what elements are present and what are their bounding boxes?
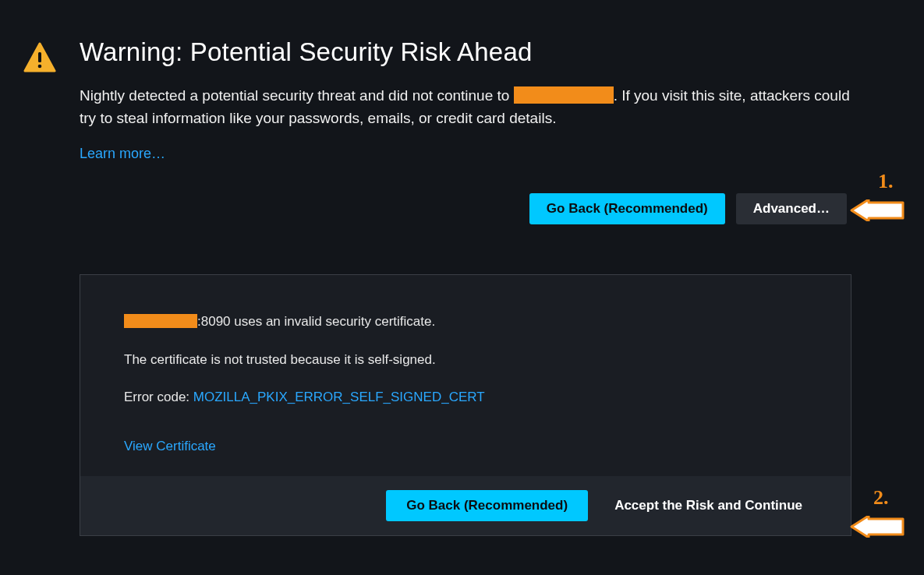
warning-body-before: Nightly detected a potential security th… (80, 87, 514, 104)
advanced-panel: :8090 uses an invalid security certifica… (80, 274, 851, 536)
svg-rect-0 (38, 52, 41, 62)
svg-point-1 (38, 65, 42, 69)
page-title: Warning: Potential Security Risk Ahead (80, 37, 851, 67)
annotation-arrow-2-icon (850, 516, 905, 538)
advanced-button[interactable]: Advanced… (736, 193, 847, 224)
advanced-cert-line2: The certificate is not trusted because i… (124, 351, 807, 370)
learn-more-link[interactable]: Learn more… (80, 146, 165, 161)
warning-body: Nightly detected a potential security th… (80, 84, 851, 130)
redacted-hostname-2 (124, 314, 197, 328)
advanced-cert-line1: :8090 uses an invalid security certifica… (124, 312, 807, 332)
error-code-link[interactable]: MOZILLA_PKIX_ERROR_SELF_SIGNED_CERT (193, 390, 485, 404)
warning-icon (23, 37, 56, 76)
go-back-button[interactable]: Go Back (Recommended) (529, 193, 725, 224)
redacted-hostname (514, 86, 614, 104)
advanced-cert-line1-after: :8090 uses an invalid security certifica… (197, 314, 435, 329)
advanced-error-code-line: Error code: MOZILLA_PKIX_ERROR_SELF_SIGN… (124, 388, 807, 407)
accept-risk-button[interactable]: Accept the Risk and Continue (610, 490, 807, 521)
error-code-label: Error code: (124, 390, 193, 404)
view-certificate-link[interactable]: View Certificate (124, 439, 216, 454)
annotation-number-1: 1. (878, 170, 894, 193)
go-back-button-2[interactable]: Go Back (Recommended) (386, 490, 588, 521)
annotation-arrow-1-icon (850, 199, 905, 221)
annotation-number-2: 2. (873, 486, 889, 510)
